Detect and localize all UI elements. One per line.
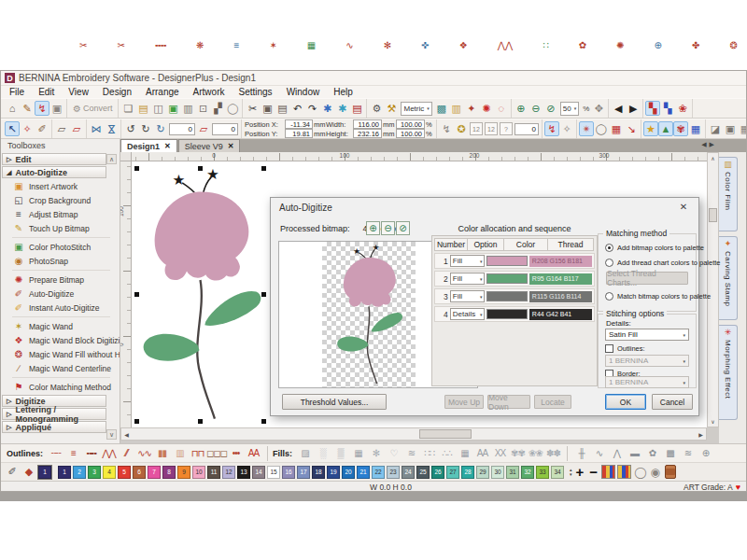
position-y-input[interactable]: 19.81 xyxy=(285,129,313,138)
scroll-up-icon[interactable]: ∧ xyxy=(708,153,718,163)
color-swatch[interactable] xyxy=(486,309,527,319)
stitch-unknown-icon[interactable]: ? xyxy=(500,122,513,135)
dialog-zoom-fit-icon[interactable]: ⊘ xyxy=(396,221,410,235)
connector-icon[interactable]: ↘ xyxy=(624,121,639,136)
scroll-down-icon[interactable]: ∨ xyxy=(708,416,718,427)
menu-artwork[interactable]: Artwork xyxy=(193,87,225,97)
palette-swatch-3[interactable]: 3 xyxy=(88,466,101,479)
weave-fill-icon[interactable]: ╫ xyxy=(572,448,590,458)
dot-fill-icon[interactable]: ∷∷ xyxy=(420,448,438,458)
write-machine-icon[interactable]: ▞ xyxy=(210,101,225,116)
move-down-button[interactable]: Move Down xyxy=(487,395,530,409)
outlines-dropdown[interactable]: 1 BERNINA▾ xyxy=(605,355,689,367)
palette-swatch-22[interactable]: 22 xyxy=(372,466,385,479)
print-icon[interactable]: ▥ xyxy=(180,101,195,116)
radio-add-thread-chart-colors-to-palette[interactable]: Add thread chart colors to palette xyxy=(605,259,720,267)
select-thread-charts-button[interactable]: Select Thread Charts... xyxy=(606,272,688,285)
palette-swatch-18[interactable]: 18 xyxy=(312,466,325,479)
thread-row-1[interactable]: 1Fill▾R208 G156 B181 xyxy=(434,253,595,269)
zigzag-outline-icon[interactable]: ∿∿ xyxy=(135,448,153,458)
move-up-button[interactable]: Move Up xyxy=(444,395,484,409)
sidebar-item-color-matching-method[interactable]: ⚑Color Matching Method xyxy=(1,380,120,394)
undo-icon[interactable]: ↶ xyxy=(289,101,304,116)
raised-satin-icon[interactable]: ▥ xyxy=(171,448,189,458)
stitch-length-input[interactable]: 0 xyxy=(514,123,539,135)
color-film-icon[interactable]: ▥ xyxy=(449,101,464,116)
palette-swatch-11[interactable]: 11 xyxy=(207,466,220,479)
dialog-zoom-out-icon[interactable]: ⊖ xyxy=(381,221,395,235)
palette-swatch-26[interactable]: 26 xyxy=(431,466,444,479)
selection-handle[interactable] xyxy=(261,419,266,424)
palette-swatch-23[interactable]: 23 xyxy=(387,466,400,479)
sidebar-scroll-up-icon[interactable]: ∧ xyxy=(106,154,117,164)
menu-design[interactable]: Design xyxy=(103,87,132,97)
palette-swatch-8[interactable]: 8 xyxy=(162,466,176,479)
palette-swatch-13[interactable]: 13 xyxy=(237,466,250,479)
mirror-x-icon[interactable]: ⋈ xyxy=(89,121,104,136)
radio-icon[interactable] xyxy=(605,244,613,252)
palette-swatch-9[interactable]: 9 xyxy=(177,466,190,479)
alpha-pattern-icon[interactable]: AA xyxy=(473,448,491,458)
jump-stitch-icon[interactable]: ↯ xyxy=(439,121,454,136)
stipple-fill-icon[interactable]: ∴∴ xyxy=(438,448,456,458)
remove-color-button[interactable]: − xyxy=(589,465,598,479)
palette-swatch-14[interactable]: 14 xyxy=(252,466,265,479)
dialog-close-icon[interactable]: ✕ xyxy=(677,202,690,212)
blanket-stitch-icon[interactable]: ◻◻◻ xyxy=(206,448,227,458)
color-swatch[interactable] xyxy=(486,256,527,266)
menu-file[interactable]: File xyxy=(9,87,24,97)
outlines-checkbox[interactable]: Outlines: xyxy=(605,344,645,353)
menu-window[interactable]: Window xyxy=(287,87,320,97)
cross-pattern-icon[interactable]: XX xyxy=(491,448,509,458)
grid-effect-icon[interactable]: ▦ xyxy=(688,121,703,136)
dialog-zoom-in-icon[interactable]: ⊕ xyxy=(366,221,380,235)
artistic-view-icon[interactable]: ▚ xyxy=(660,101,675,116)
reshape-icon[interactable]: ▱ xyxy=(54,121,69,136)
zoom-in-icon[interactable]: ⊕ xyxy=(514,101,529,116)
palette-swatch-32[interactable]: 32 xyxy=(521,466,534,479)
print-preview-icon[interactable]: ⊡ xyxy=(195,101,210,116)
stitch-count-icon[interactable]: 12 xyxy=(470,122,483,135)
palette-swatch-30[interactable]: 30 xyxy=(491,466,504,479)
morphing-icon[interactable]: ✺ xyxy=(479,101,494,116)
sidebar-item-instant-auto-digitize[interactable]: ✐Instant Auto-Digitize xyxy=(1,301,120,315)
color-swatch[interactable] xyxy=(486,291,527,301)
palette-spinner[interactable]: ▴ ▾ xyxy=(570,468,572,477)
stitch-count2-icon[interactable]: 12 xyxy=(485,122,498,135)
frame-icon[interactable]: ◪ xyxy=(708,121,723,136)
redo-icon[interactable]: ↷ xyxy=(304,101,319,116)
insert-embroidery-icon[interactable]: ✱ xyxy=(334,101,349,116)
stemstitch-icon[interactable]: ⁄⁄⁄ xyxy=(118,448,135,458)
stitch-back-icon[interactable]: ◀ xyxy=(611,101,626,116)
panel-tab-morphing-effect[interactable]: ✳Morphing Effect xyxy=(719,325,738,420)
outline-shape-icon[interactable]: ◯ xyxy=(594,121,609,136)
scroll-left-icon[interactable]: ◀ xyxy=(121,429,132,440)
thread-row-2[interactable]: 2Fill▾R95 G164 B117 xyxy=(434,271,595,287)
pan-icon[interactable]: ✥ xyxy=(591,101,606,116)
thread-row-3[interactable]: 3Fill▾R115 G116 B114 xyxy=(434,288,595,304)
sidebar-item-photosnap[interactable]: ◉PhotoSnap xyxy=(1,254,120,268)
radio-match-bitmap-colors-to-palette[interactable]: Match bitmap colors to palette xyxy=(605,292,711,301)
palette-swatch-24[interactable]: 24 xyxy=(402,466,415,479)
zoom-out-icon[interactable]: ⊖ xyxy=(529,101,543,116)
sidebar-item-magic-wand[interactable]: ✶Magic Wand xyxy=(1,319,120,333)
zigzag-effect-icon[interactable]: ↯ xyxy=(544,121,559,136)
palette-swatch-21[interactable]: 21 xyxy=(357,466,370,479)
sidebar-item-insert-artwork[interactable]: ▣Insert Artwork xyxy=(1,179,120,193)
save-icon[interactable]: ▣ xyxy=(165,101,180,116)
hardware-setup-icon[interactable]: ⚒ xyxy=(384,101,399,116)
sidebar-section-lettering-monogramming[interactable]: ▷Lettering / Monogramming xyxy=(2,408,106,420)
palette-swatch-5[interactable]: 5 xyxy=(118,466,131,479)
sidebar-section-auto-digitize[interactable]: ◢Auto-Digitize xyxy=(2,166,106,178)
rotate-input[interactable]: 0 xyxy=(169,123,195,135)
show-bitmap-icon[interactable]: ▩ xyxy=(434,101,449,116)
grid-fill-icon[interactable]: ▦ xyxy=(456,448,473,458)
palette-swatch-28[interactable]: 28 xyxy=(461,466,474,479)
open-icon[interactable]: ▤ xyxy=(135,101,150,116)
step-fill-icon[interactable]: ▨ xyxy=(296,448,314,458)
fill-bucket-icon[interactable]: ◆ xyxy=(21,466,36,478)
sidebar-section-edit[interactable]: ▷Edit xyxy=(2,153,106,165)
palette-swatch-29[interactable]: 29 xyxy=(476,466,489,479)
panel-tab-carving-stamp[interactable]: ✦Carving Stamp xyxy=(719,236,738,320)
tab-close-icon[interactable]: ✕ xyxy=(164,142,171,150)
